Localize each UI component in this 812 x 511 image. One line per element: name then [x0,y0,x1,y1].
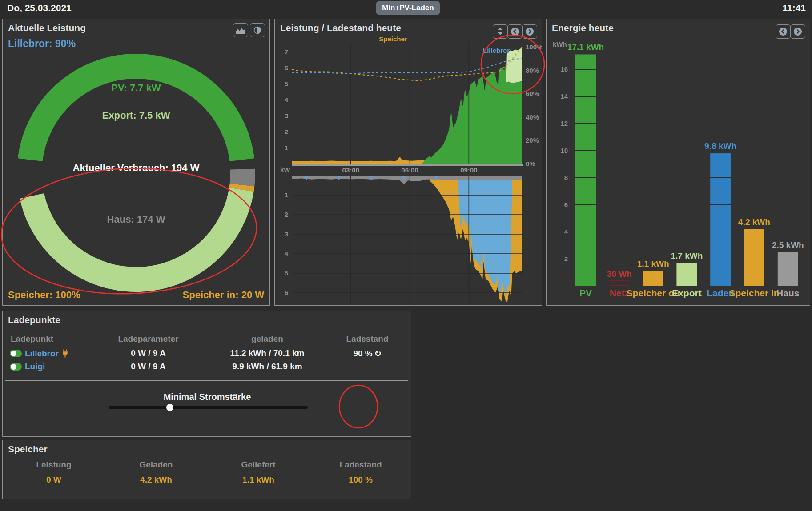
svg-text:14: 14 [560,92,568,100]
svg-text:17.1 kWh: 17.1 kWh [567,42,604,52]
svg-text:09:00: 09:00 [460,166,477,174]
svg-text:4: 4 [285,96,289,104]
chargepoint-name: Lillebror [25,349,59,359]
svg-text:06:00: 06:00 [401,166,418,174]
svg-text:100%: 100% [526,43,542,51]
svg-text:4: 4 [564,228,568,236]
panel-ladepunkte: Ladepunkte Ladepunkt Ladeparameter gelad… [2,311,411,437]
svg-text:Export: Export [672,288,702,298]
col-ladestand: Ladestand [327,334,407,344]
chargepoint-name: Luigi [25,362,45,371]
svg-text:Speicher in: Speicher in [729,288,779,298]
svg-text:40%: 40% [526,113,539,121]
table-row: Lillebror 0 W / 9 A 11.2 kWh / 70.1 km 9… [3,348,412,359]
svg-text:80%: 80% [526,67,539,74]
svg-text:7: 7 [285,48,288,56]
battery-table-header: Leistung Geladen Geliefert Ladestand [3,460,412,470]
svg-text:8: 8 [564,174,568,181]
plug-icon [62,349,68,358]
svg-text:2: 2 [285,211,288,218]
gauge-battery-arc [241,185,242,189]
refresh-soc-icon[interactable]: ↻ [374,349,382,358]
col-ladepunkt: Ladepunkt [3,334,89,344]
svg-text:1.1 kWh: 1.1 kWh [637,259,669,268]
pv-power-label: PV: 7.7 kW [3,82,269,94]
panel-aktuelle-leistung: Aktuelle Leistung Lillebror: 90% PV: 7.7… [2,19,270,306]
current-time: 11:41 [782,3,806,13]
svg-text:20%: 20% [526,136,539,144]
panel-title: Ladepunkte [8,315,60,325]
charge-params: 0 W / 9 A [89,362,207,371]
soc-text: 90 % [353,349,372,358]
min-current-slider[interactable] [109,406,308,409]
svg-text:Haus: Haus [776,288,799,298]
consumption-label: Aktueller Verbrauch: 194 W [3,162,269,174]
svg-text:0%: 0% [526,160,535,168]
battery-soc-label: Speicher: 100% [8,289,80,301]
svg-text:3: 3 [285,112,288,120]
charged-amount: 9.9 kWh / 61.9 km [207,362,327,371]
battery-in-label: Speicher in: 20 W [183,289,264,301]
svg-text:6: 6 [564,201,568,208]
svg-text:03:00: 03:00 [342,166,359,174]
svg-text:kW: kW [280,166,290,173]
panel-leistung-ladestand: Leistung / Ladestand heute 1234567kW100%… [274,19,542,306]
svg-text:6: 6 [285,64,288,72]
svg-text:2: 2 [564,255,568,263]
vehicle-soc-value: 90 %↻ [327,348,407,359]
svg-text:5: 5 [285,269,288,277]
svg-text:4.2 kWh: 4.2 kWh [738,217,770,227]
slider-thumb[interactable] [166,404,173,411]
svg-text:4: 4 [285,250,289,257]
charge-params: 0 W / 9 A [89,348,207,359]
svg-text:1: 1 [285,191,288,199]
gauge-export-arc [32,190,241,279]
current-date: Do, 25.03.2021 [7,3,72,13]
battery-delivered: 1.1 kWh [207,475,310,485]
svg-text:10: 10 [560,147,568,154]
panel-title: Speicher [8,444,48,455]
svg-text:Lillebror: Lillebror [483,47,510,54]
chargepoint-toggle[interactable] [10,350,22,357]
min-current-label: Minimal Stromstärke [109,392,305,402]
panel-speicher: Speicher Leistung Geladen Geliefert Lade… [2,440,411,499]
svg-text:PV: PV [579,288,592,298]
energy-bar-chart: kWh24681012141617.1 kWhPV30 WhNetz1.1 kW… [547,19,810,305]
svg-text:1: 1 [285,144,288,152]
col-geliefert: Geliefert [207,460,310,470]
top-bar: Do, 25.03.2021 Min+PV-Laden 11:41 [0,0,812,16]
svg-text:16: 16 [560,65,568,73]
col-ladeparameter: Ladeparameter [89,334,207,344]
vehicle-soc-label: Lillebror: 90% [8,38,76,50]
svg-text:5: 5 [285,80,288,88]
battery-power: 0 W [3,475,105,485]
col-geladen: Geladen [105,460,207,470]
panel-energie-heute: Energie heute kWh24681012141617.1 kWhPV3… [546,19,810,306]
power-soc-chart: 1234567kW100%80%60%40%20%0%03:0006:0009:… [275,19,542,305]
vehicle-soc-value [327,362,407,371]
col-ladestand: Ladestand [310,460,412,470]
svg-text:kWh: kWh [553,40,567,48]
svg-text:1.7 kWh: 1.7 kWh [671,251,703,260]
battery-values-row: 0 W 4.2 kWh 1.1 kWh 100 % [3,475,412,485]
svg-text:2: 2 [285,128,288,136]
col-geladen: geladen [207,334,327,344]
svg-text:Speicher: Speicher [379,35,407,43]
col-leistung: Leistung [3,460,105,470]
section-divider [5,380,408,381]
chargepoint-toggle[interactable] [10,363,22,371]
svg-text:9.8 kWh: 9.8 kWh [704,141,736,151]
battery-soc: 100 % [310,475,412,485]
house-power-label: Haus: 174 W [3,214,269,225]
battery-charged: 4.2 kWh [105,475,207,485]
svg-text:12: 12 [560,120,568,127]
svg-text:2.5 kWh: 2.5 kWh [772,240,804,250]
charge-mode-button[interactable]: Min+PV-Laden [376,1,440,15]
table-row: Luigi 0 W / 9 A 9.9 kWh / 61.9 km [3,362,412,371]
chargepoint-table-header: Ladepunkt Ladeparameter geladen Ladestan… [3,334,412,344]
svg-text:3: 3 [285,230,288,238]
svg-text:30 Wh: 30 Wh [607,269,632,279]
svg-text:6: 6 [285,289,288,296]
svg-text:60%: 60% [526,90,539,97]
export-power-label: Export: 7.5 kW [3,110,269,121]
